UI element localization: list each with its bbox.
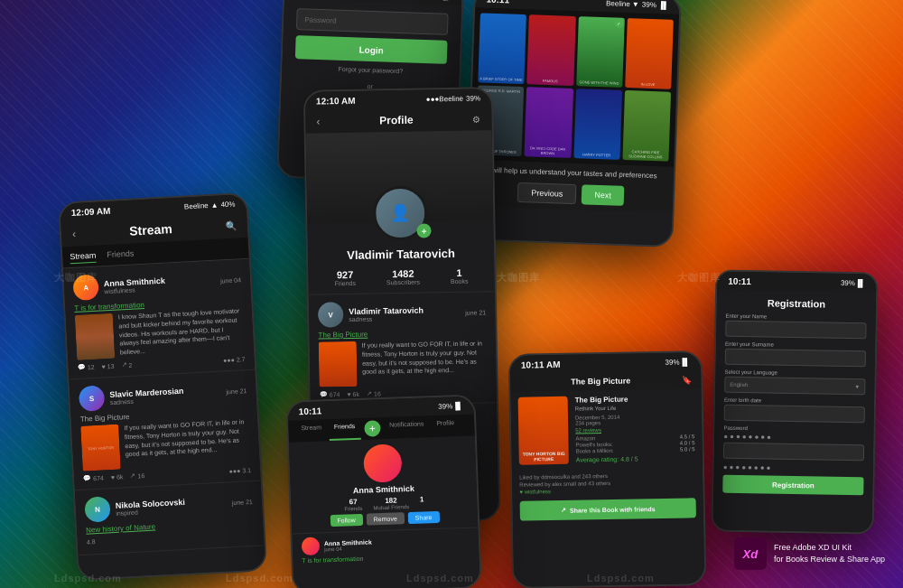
post1-date: june 04: [220, 276, 241, 284]
post3-info: Nikola Solocovski inspired: [116, 497, 186, 516]
profile-settings-icon[interactable]: ⚙: [472, 114, 480, 124]
book-label-2: FAMOUS: [527, 79, 573, 85]
profile-post-text: If you really want to GO FOR IT, in life…: [362, 339, 488, 386]
friends-count: 927: [334, 269, 356, 280]
profile-back-icon[interactable]: ‹: [316, 116, 320, 128]
profile-stats: 927 Friends 1482 Subscribers 1 Books: [308, 259, 495, 295]
profile-post-subtitle[interactable]: The Big Picture: [318, 328, 486, 339]
book-item-7[interactable]: HARRY POTTER: [573, 89, 622, 160]
friends-tab-btn[interactable]: Friends: [329, 418, 361, 441]
profile-post-shares[interactable]: ↗ 16: [367, 389, 381, 397]
friend-profile-section: Anna Smithnick 67 Friends 182 Mutual Fri…: [289, 435, 478, 533]
reg-battery-icon: 39%▐▌: [841, 278, 866, 286]
post1-content: I know Shaun T as the tough love motivat…: [75, 306, 245, 360]
watermark-mid-4: 大咖图库: [677, 271, 721, 285]
post2-info: Slavic Marderosian sadness: [109, 386, 184, 405]
back-icon[interactable]: ‹: [72, 228, 77, 240]
profile-post-header: V Vladimir Tatarovich sadness june 21: [318, 299, 486, 327]
language-select[interactable]: English ▼: [724, 377, 865, 396]
stream-screen: 12:09 AM Beeline ▲ 40% ‹ Stream 🔍 Stream…: [60, 194, 265, 579]
stream-tab[interactable]: Stream: [70, 249, 97, 264]
book-item-4[interactable]: IN LOVE: [625, 18, 674, 89]
next-button[interactable]: Next: [582, 184, 624, 206]
add-photo-icon[interactable]: +: [416, 223, 431, 238]
profile-post-avatar: V: [318, 302, 343, 327]
birthdate-input[interactable]: [724, 405, 865, 424]
reg-status-icons: 39%▐▌: [841, 278, 866, 286]
book-label-7: HARRY POTTER: [573, 153, 619, 159]
book-item-2[interactable]: FAMOUS: [527, 14, 576, 86]
stream-tab-btn[interactable]: Stream: [295, 419, 327, 442]
friends-tab[interactable]: Friends: [107, 247, 135, 262]
friend-books-stat: 1: [420, 495, 424, 509]
registration-form: Registration Enter your Name Enter your …: [713, 289, 876, 502]
subscribers-stat: 1482 Subscribers: [386, 268, 420, 286]
detail-book-subtitle: Rethink Your Life: [575, 404, 694, 411]
post1-thumb: [75, 313, 116, 360]
book-item-3[interactable]: GONE WITH THE WIND ✓: [576, 16, 625, 88]
book-item-8[interactable]: CATCHING FIRE SUZANNE COLLINS: [622, 90, 671, 162]
forgot-password-link[interactable]: Forgot your password?: [294, 64, 446, 76]
profile-post-likes[interactable]: ♥ 6k: [347, 390, 359, 397]
bam-value: 5.0 / 5: [680, 446, 695, 452]
book-item-1[interactable]: A BRIEF STORY OF TIME: [478, 13, 526, 84]
post2-shares[interactable]: ↗ 16: [130, 471, 144, 480]
follow-button[interactable]: Follow: [330, 514, 363, 527]
detail-book-cover: TONY HORTON BIG PICTURE: [518, 397, 569, 465]
profile-post-comments[interactable]: 💬 674: [320, 390, 340, 397]
post1-rating: ●●● 2.7: [223, 356, 246, 363]
watermark-1: Ldspsd.com: [54, 573, 122, 583]
books-count: 1: [451, 267, 469, 278]
book-detail-screen: 10:11 AM 39%▐▌ The Big Picture 🔖 TONY HO…: [510, 352, 704, 587]
password-input[interactable]: Password: [296, 8, 449, 35]
friends-screen: 10:11 39%▐▌ Stream Friends + Notificatio…: [287, 396, 479, 588]
post1-likes[interactable]: ♥ 13: [101, 362, 114, 369]
name-input[interactable]: [725, 321, 866, 340]
brand-text: Free Adobe XD UI Kit for Books Review & …: [774, 542, 885, 565]
profile-tab-btn[interactable]: Profile: [431, 415, 461, 437]
password-input-2[interactable]: [723, 443, 864, 462]
post2-text: If you really want to GO FOR IT, in life…: [124, 417, 250, 469]
powells-value: 4.0 / 5: [680, 440, 695, 445]
share-friend-button[interactable]: Share: [408, 511, 440, 524]
stream-post-3: N Nikola Solocovski inspired june 21 New…: [75, 481, 264, 555]
surname-input[interactable]: [725, 349, 866, 368]
average-rating: Average rating: 4.8 / 5: [576, 454, 695, 462]
stream-time: 12:09 AM: [70, 205, 110, 217]
book-item-6[interactable]: DA VINCI CODE DAN BROWN: [525, 87, 573, 158]
profile-post-meta: sadness: [349, 314, 424, 322]
post2-date: june 21: [226, 387, 247, 395]
previous-button[interactable]: Previous: [517, 182, 577, 204]
post2-comments[interactable]: 💬 674: [83, 474, 104, 482]
detail-reviews-link[interactable]: 52 reviews: [575, 425, 694, 433]
powells-label: Powell's books:: [575, 442, 612, 448]
bam-rating: Books a Million: 5.0 / 5: [576, 446, 695, 453]
add-tab-button[interactable]: +: [364, 420, 381, 437]
post1-comments[interactable]: 💬 12: [78, 363, 95, 371]
books-helper-text: It will help us understand your tastes a…: [479, 165, 665, 180]
watermark-4: Ldspsd.com: [587, 573, 655, 583]
stream-post-2: S Slavic Marderosian sadness june 21 The…: [69, 370, 260, 491]
book-label-6: DA VINCI CODE DAN BROWN: [525, 146, 572, 156]
share-book-button[interactable]: ↗ Share this Book with friends: [520, 498, 696, 520]
wifi-stream-icon: ▲: [210, 201, 218, 209]
search-icon[interactable]: 🔍: [225, 220, 237, 231]
post2-likes[interactable]: ♥ 6k: [111, 473, 124, 481]
chevron-icon: ▼: [854, 384, 860, 389]
stream-phone: 12:09 AM Beeline ▲ 40% ‹ Stream 🔍 Stream…: [58, 192, 267, 581]
books-navigation: Previous Next: [478, 181, 665, 207]
friend-avatar: [363, 443, 402, 482]
remove-button[interactable]: Remove: [366, 512, 405, 525]
bookmark-icon[interactable]: 🔖: [682, 375, 692, 384]
post1-shares[interactable]: ↗ 2: [121, 361, 132, 369]
subscribers-label: Subscribers: [386, 279, 420, 286]
detail-book-title: The Big Picture: [575, 394, 694, 404]
friends-status-icons: 39%▐▌: [438, 401, 463, 410]
brand-subtitle: for Books Review & Share App: [774, 554, 885, 565]
register-button[interactable]: Registration: [722, 475, 863, 496]
detail-status-icons: 39%▐▌: [665, 358, 690, 366]
login-button[interactable]: Login: [295, 35, 448, 64]
notifications-tab-btn[interactable]: Notifications: [384, 415, 430, 439]
post2-thumb: TONY HORTON: [80, 425, 121, 471]
registration-screen: 10:11 39%▐▌ Registration Enter your Name…: [713, 271, 877, 532]
